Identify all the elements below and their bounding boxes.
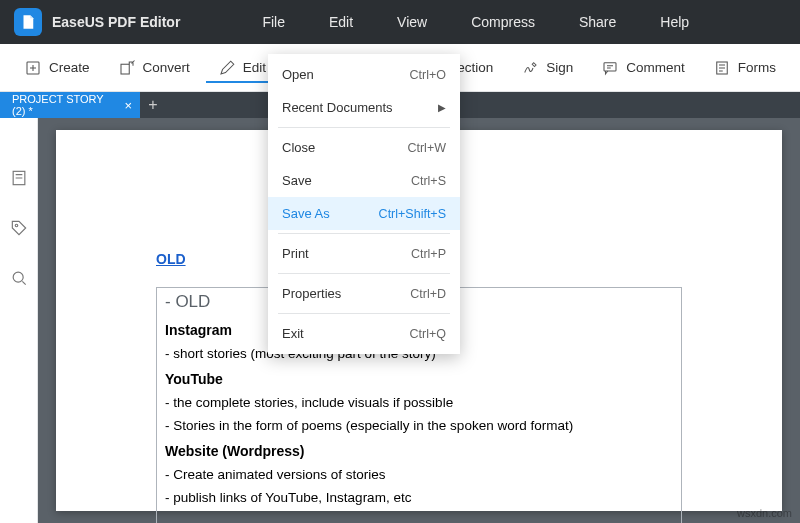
menu-compress[interactable]: Compress bbox=[449, 0, 557, 44]
menu-item-open[interactable]: Open Ctrl+O bbox=[268, 58, 460, 91]
menu-item-shortcut: Ctrl+P bbox=[411, 247, 446, 261]
pdf-icon bbox=[19, 13, 37, 31]
section-title-website: Website (Wordpress) bbox=[165, 443, 673, 459]
menu-item-shortcut: Ctrl+S bbox=[411, 174, 446, 188]
forms-icon bbox=[713, 59, 731, 77]
svg-point-6 bbox=[13, 272, 23, 282]
menu-item-label: Print bbox=[282, 246, 309, 261]
menu-item-recent[interactable]: Recent Documents ▶ bbox=[268, 91, 460, 124]
menu-item-exit[interactable]: Exit Ctrl+Q bbox=[268, 317, 460, 350]
menu-item-shortcut: Ctrl+Q bbox=[410, 327, 446, 341]
menu-item-label: Open bbox=[282, 67, 314, 82]
forms-label: Forms bbox=[738, 60, 776, 75]
svg-rect-2 bbox=[604, 62, 616, 70]
body-line: - Stories in the form of poems (especial… bbox=[165, 418, 673, 433]
app-title: EaseUS PDF Editor bbox=[52, 14, 180, 30]
menubar: EaseUS PDF Editor File Edit View Compres… bbox=[0, 0, 800, 44]
close-icon[interactable]: × bbox=[124, 98, 132, 113]
sign-label: Sign bbox=[546, 60, 573, 75]
sign-icon bbox=[521, 59, 539, 77]
sign-button[interactable]: Sign bbox=[509, 53, 585, 83]
link-old[interactable]: OLD bbox=[156, 251, 186, 267]
comment-label: Comment bbox=[626, 60, 685, 75]
section-title-youtube: YouTube bbox=[165, 371, 673, 387]
menu-item-shortcut: Ctrl+D bbox=[410, 287, 446, 301]
menu-edit[interactable]: Edit bbox=[307, 0, 375, 44]
new-tab-button[interactable]: + bbox=[140, 92, 166, 118]
menu-item-label: Save bbox=[282, 173, 312, 188]
convert-icon bbox=[118, 59, 136, 77]
svg-rect-1 bbox=[121, 64, 129, 74]
edit-label: Edit bbox=[243, 60, 266, 75]
create-label: Create bbox=[49, 60, 90, 75]
menu-item-print[interactable]: Print Ctrl+P bbox=[268, 237, 460, 270]
menu-item-label: Close bbox=[282, 140, 315, 155]
menu-separator bbox=[278, 273, 450, 274]
pencil-icon bbox=[218, 59, 236, 77]
menu-item-shortcut: Ctrl+Shift+S bbox=[379, 207, 446, 221]
menu-separator bbox=[278, 313, 450, 314]
body-line: - the complete stories, include visuals … bbox=[165, 395, 673, 410]
menu-item-label: Properties bbox=[282, 286, 341, 301]
menu-item-label: Exit bbox=[282, 326, 304, 341]
convert-button[interactable]: Convert bbox=[106, 53, 202, 83]
menu-item-close[interactable]: Close Ctrl+W bbox=[268, 131, 460, 164]
menu-separator bbox=[278, 233, 450, 234]
forms-button[interactable]: Forms bbox=[701, 53, 788, 83]
search-icon[interactable] bbox=[9, 268, 29, 288]
thumbnails-icon[interactable] bbox=[9, 168, 29, 188]
create-button[interactable]: Create bbox=[12, 53, 102, 83]
menu-share[interactable]: Share bbox=[557, 0, 638, 44]
menu-item-properties[interactable]: Properties Ctrl+D bbox=[268, 277, 460, 310]
menu-file[interactable]: File bbox=[240, 0, 307, 44]
tab-title: PROJECT STORY (2) * bbox=[12, 93, 116, 117]
menu-item-shortcut: Ctrl+O bbox=[410, 68, 446, 82]
menu-item-shortcut: Ctrl+W bbox=[407, 141, 446, 155]
file-dropdown: Open Ctrl+O Recent Documents ▶ Close Ctr… bbox=[268, 54, 460, 354]
comment-button[interactable]: Comment bbox=[589, 53, 697, 83]
app-logo bbox=[14, 8, 42, 36]
menu-item-save-as[interactable]: Save As Ctrl+Shift+S bbox=[268, 197, 460, 230]
comment-icon bbox=[601, 59, 619, 77]
menu-item-label: Recent Documents bbox=[282, 100, 393, 115]
convert-label: Convert bbox=[143, 60, 190, 75]
watermark: wsxdn.com bbox=[737, 507, 792, 519]
menu-item-save[interactable]: Save Ctrl+S bbox=[268, 164, 460, 197]
tag-icon[interactable] bbox=[9, 218, 29, 238]
svg-point-5 bbox=[15, 224, 18, 227]
menu-item-label: Save As bbox=[282, 206, 330, 221]
chevron-right-icon: ▶ bbox=[438, 102, 446, 113]
document-tab[interactable]: PROJECT STORY (2) * × bbox=[0, 92, 140, 118]
plus-box-icon bbox=[24, 59, 42, 77]
body-line: - publish links of YouTube, Instagram, e… bbox=[165, 490, 673, 505]
menu-help[interactable]: Help bbox=[638, 0, 711, 44]
menu-view[interactable]: View bbox=[375, 0, 449, 44]
menu-separator bbox=[278, 127, 450, 128]
side-rail bbox=[0, 118, 38, 523]
body-line: - Create animated versions of stories bbox=[165, 467, 673, 482]
